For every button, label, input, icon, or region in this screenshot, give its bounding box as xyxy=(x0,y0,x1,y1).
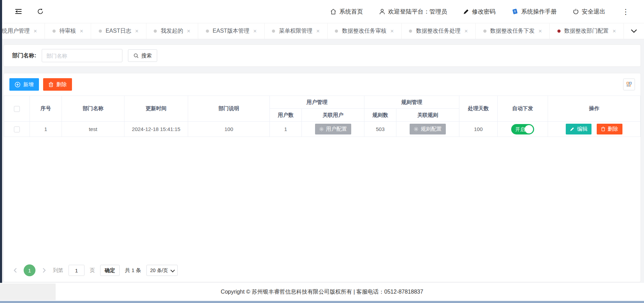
goto-prefix-label: 到第 xyxy=(53,267,63,274)
bottom-scrollbar[interactable] xyxy=(0,301,644,303)
tab-item-1[interactable]: 待审核 × xyxy=(45,23,91,39)
tab-close-icon[interactable]: × xyxy=(34,28,37,34)
topbar-item-welcome[interactable]: 欢迎登陆平台：管理员 xyxy=(379,8,447,16)
refresh-icon xyxy=(37,8,44,15)
header-dept-name: 部门名称 xyxy=(62,96,124,122)
cell-auto-dispatch: 开启 xyxy=(498,122,548,137)
goto-confirm-button[interactable]: 确定 xyxy=(100,265,120,276)
tab-label: 菜单权限管理 xyxy=(279,27,312,35)
search-button-label: 搜索 xyxy=(141,52,152,59)
tab-item-7[interactable]: 数据整改任务处理 × xyxy=(402,23,476,39)
tab-item-0[interactable]: 系统用户管理 × xyxy=(2,23,45,39)
tab-close-icon[interactable]: × xyxy=(613,28,616,34)
column-grid-icon xyxy=(626,81,632,88)
search-button[interactable]: 搜索 xyxy=(128,49,157,62)
collapse-menu-icon xyxy=(15,8,22,15)
tab-item-8[interactable]: 数据整改任务下发 × xyxy=(476,23,550,39)
tab-close-icon[interactable]: × xyxy=(135,28,138,34)
cell-index: 1 xyxy=(30,122,62,137)
cell-actions: 编辑 删除 xyxy=(548,122,641,137)
auto-dispatch-toggle[interactable]: 开启 xyxy=(511,124,534,134)
dept-name-input[interactable] xyxy=(42,49,122,62)
total-count-label: 共 1 条 xyxy=(125,267,141,274)
header-rule-group: 规则管理 xyxy=(364,96,459,109)
tab-status-dot xyxy=(206,30,209,33)
batch-delete-button-label: 删除 xyxy=(56,81,67,88)
tab-label: EAST版本管理 xyxy=(213,27,250,35)
header-rule-link: 关联规则 xyxy=(396,109,459,122)
topbar-item-home[interactable]: 系统首页 xyxy=(330,8,363,16)
select-all-checkbox[interactable] xyxy=(14,106,20,112)
tab-label: 数据整改任务审核 xyxy=(342,27,386,35)
tab-label: 我发起的 xyxy=(161,27,183,35)
header-update-time: 更新时间 xyxy=(124,96,188,122)
tab-overflow-button[interactable] xyxy=(624,23,644,39)
tab-close-icon[interactable]: × xyxy=(253,28,257,34)
batch-delete-button[interactable]: 删除 xyxy=(43,78,72,91)
topbar-item-manual[interactable]: ? 系统操作手册 xyxy=(512,8,557,16)
cell-user-link: 用户配置 xyxy=(302,122,364,137)
delete-button[interactable]: 删除 xyxy=(597,124,622,134)
tab-item-3[interactable]: 我发起的 × xyxy=(146,23,198,39)
cell-user-count: 1 xyxy=(270,122,302,137)
tab-close-icon[interactable]: × xyxy=(80,28,83,34)
chevron-down-icon xyxy=(631,29,637,33)
copyright-text: Copyright © 苏州银丰睿哲信息科技有限公司版权所有 | 客服电话：05… xyxy=(221,288,423,296)
add-button-label: 新增 xyxy=(23,81,34,88)
more-options-icon[interactable]: ⋮ xyxy=(621,8,630,15)
trash-icon xyxy=(601,126,605,131)
rule-config-button[interactable]: 规则配置 xyxy=(410,124,446,134)
search-panel: 部门名称: 搜索 xyxy=(3,44,641,67)
tab-label: 系统用户管理 xyxy=(2,27,30,35)
rule-config-label: 规则配置 xyxy=(421,126,442,132)
topbar: 系统首页 欢迎登陆平台：管理员 修改密码 ? xyxy=(0,0,644,23)
prev-page-icon[interactable] xyxy=(11,267,18,274)
gear-icon xyxy=(319,127,324,131)
page-number-input[interactable] xyxy=(69,265,84,276)
tab-status-dot xyxy=(272,30,275,33)
page-body: 部门名称: 搜索 新增 xyxy=(0,39,644,283)
cell-rule-link: 规则配置 xyxy=(396,122,459,137)
tab-item-6[interactable]: 数据整改任务审核 × xyxy=(328,23,402,39)
edit-button[interactable]: 编辑 xyxy=(566,124,591,134)
search-field-label: 部门名称: xyxy=(12,52,36,59)
header-select-all xyxy=(4,96,30,122)
user-config-label: 用户配置 xyxy=(326,126,347,132)
topbar-item-change-password[interactable]: 修改密码 xyxy=(463,8,496,16)
power-icon xyxy=(573,8,579,15)
tab-close-icon[interactable]: × xyxy=(539,28,542,34)
topbar-item-logout[interactable]: 安全退出 xyxy=(573,8,605,16)
cell-dept-name: test xyxy=(62,122,124,137)
tab-item-2[interactable]: EAST日志 × xyxy=(91,23,146,39)
tab-item-4[interactable]: EAST版本管理 × xyxy=(198,23,265,39)
page-size-select-wrap: 20 条/页 xyxy=(146,265,178,276)
refresh-button[interactable] xyxy=(35,7,45,16)
pagination: 1 到第 页 确定 共 1 条 20 条/页 xyxy=(4,264,641,282)
footer-left-block xyxy=(0,284,56,300)
page-size-select[interactable]: 20 条/页 xyxy=(146,265,178,276)
tab-close-icon[interactable]: × xyxy=(464,28,468,34)
plus-circle-icon xyxy=(15,82,21,88)
current-page-button[interactable]: 1 xyxy=(24,264,35,276)
tab-item-9[interactable]: 数据整改部门配置 × xyxy=(550,23,624,39)
cell-days: 100 xyxy=(459,122,498,137)
user-config-button[interactable]: 用户配置 xyxy=(315,124,351,134)
tab-strip: 系统用户管理 × 待审核 × EAST日志 × 我发起的 × EAST版本管理 … xyxy=(2,23,644,39)
table-toolbar: 新增 删除 xyxy=(4,73,641,96)
pen-icon xyxy=(463,9,469,15)
column-settings-button[interactable] xyxy=(623,79,635,90)
tab-label: EAST日志 xyxy=(106,27,131,35)
tab-close-icon[interactable]: × xyxy=(187,28,190,34)
table-row: 1 test 2024-12-18 15:41:15 100 1 xyxy=(4,122,641,137)
tab-close-icon[interactable]: × xyxy=(390,28,394,34)
tab-item-5[interactable]: 菜单权限管理 × xyxy=(265,23,328,39)
search-icon xyxy=(134,53,139,58)
add-button[interactable]: 新增 xyxy=(9,78,39,91)
pencil-icon xyxy=(570,127,574,131)
row-checkbox[interactable] xyxy=(14,126,20,132)
tab-close-icon[interactable]: × xyxy=(316,28,320,34)
header-user-link: 关联用户 xyxy=(302,109,364,122)
sidebar-collapse-button[interactable] xyxy=(13,7,24,16)
next-page-icon[interactable] xyxy=(41,267,48,274)
topbar-item-label: 系统操作手册 xyxy=(521,8,557,16)
